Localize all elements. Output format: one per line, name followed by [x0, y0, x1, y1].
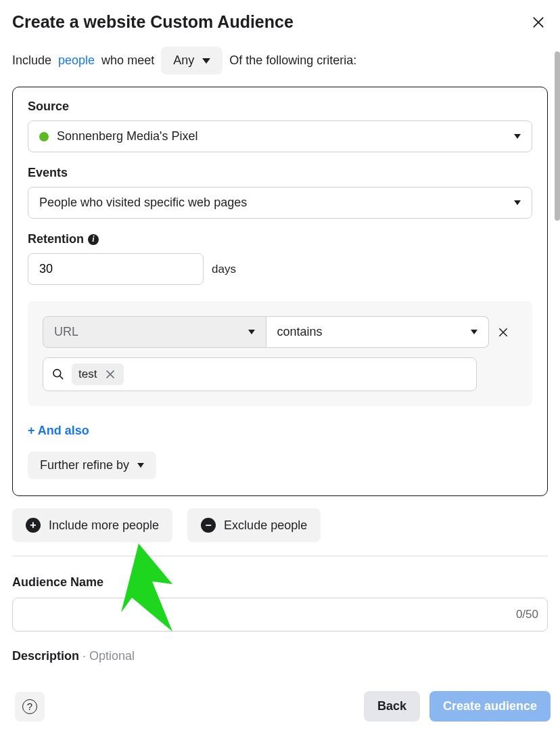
rule-field-value: URL: [54, 325, 78, 339]
chevron-down-icon: [137, 463, 144, 468]
audience-name-input[interactable]: [12, 598, 548, 632]
audience-name-label: Audience Name: [12, 575, 548, 590]
refine-label: Further refine by: [40, 458, 129, 472]
chip-text: test: [78, 368, 97, 381]
footer-bar: ? Back Create audience: [0, 683, 560, 731]
events-label: Events: [28, 166, 532, 180]
further-refine-dropdown[interactable]: Further refine by: [28, 451, 156, 479]
help-button[interactable]: ?: [15, 692, 45, 722]
description-label-row: Description · Optional: [12, 649, 548, 663]
include-more-label: Include more people: [49, 518, 159, 533]
scrollbar[interactable]: [555, 51, 560, 221]
value-chip: test: [72, 363, 124, 385]
close-icon: [497, 326, 509, 338]
include-text: Include: [12, 53, 51, 68]
of-following-text: Of the following criteria:: [229, 53, 356, 68]
help-icon: ?: [22, 699, 37, 714]
remove-rule-button[interactable]: [489, 316, 517, 348]
description-sep: ·: [79, 649, 89, 663]
exclude-people-button[interactable]: – Exclude people: [187, 508, 321, 542]
source-label: Source: [28, 99, 532, 114]
page-title: Create a website Custom Audience: [12, 12, 294, 32]
events-value: People who visited specific web pages: [39, 196, 247, 210]
close-button[interactable]: [530, 14, 546, 30]
chevron-down-icon: [202, 58, 210, 64]
plus-circle-icon: +: [26, 518, 41, 533]
retention-label: Retention i: [28, 232, 532, 246]
include-more-people-button[interactable]: + Include more people: [12, 508, 172, 542]
rule-operator-value: contains: [277, 325, 323, 339]
exclude-label: Exclude people: [224, 518, 307, 533]
close-icon: [103, 368, 117, 381]
create-audience-button[interactable]: Create audience: [429, 691, 551, 722]
criteria-panel: Source Sonnenberg Media's Pixel Events P…: [12, 87, 548, 496]
source-value: Sonnenberg Media's Pixel: [57, 129, 198, 143]
chevron-down-icon: [471, 330, 477, 334]
events-select[interactable]: People who visited specific web pages: [28, 187, 532, 219]
chevron-down-icon: [248, 330, 255, 334]
any-label: Any: [173, 53, 194, 68]
close-icon: [532, 16, 545, 29]
optional-text: Optional: [89, 649, 135, 663]
minus-circle-icon: –: [201, 518, 216, 533]
retention-label-text: Retention: [28, 232, 84, 246]
any-dropdown[interactable]: Any: [161, 47, 223, 74]
back-button[interactable]: Back: [364, 691, 420, 722]
retention-unit: days: [212, 263, 236, 276]
chevron-down-icon: [514, 134, 521, 139]
chevron-down-icon: [514, 200, 521, 205]
retention-input[interactable]: [28, 253, 204, 285]
search-icon: [51, 368, 65, 381]
divider: [12, 556, 548, 556]
info-icon[interactable]: i: [88, 234, 99, 245]
people-link[interactable]: people: [58, 53, 95, 68]
description-label: Description: [12, 649, 79, 663]
and-also-link[interactable]: + And also: [28, 424, 532, 438]
url-rule-card: URL contains test: [28, 301, 532, 406]
source-select[interactable]: Sonnenberg Media's Pixel: [28, 120, 532, 152]
active-dot-icon: [39, 132, 49, 141]
rule-operator-select[interactable]: contains: [266, 316, 490, 348]
rule-field-select[interactable]: URL: [43, 316, 266, 348]
rule-value-input[interactable]: test: [43, 357, 477, 391]
remove-chip-button[interactable]: [103, 368, 117, 381]
who-meet-text: who meet: [101, 53, 154, 68]
criteria-sentence: Include people who meet Any Of the follo…: [0, 39, 560, 87]
char-counter: 0/50: [516, 608, 538, 621]
